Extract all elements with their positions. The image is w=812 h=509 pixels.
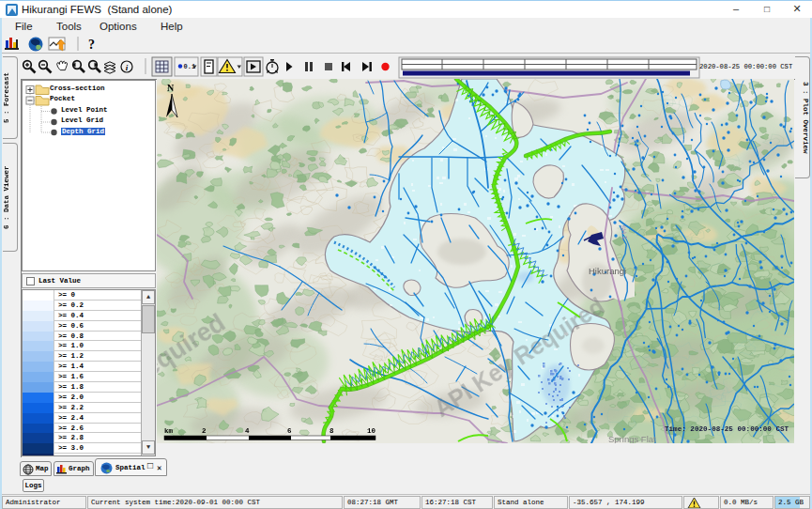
svg-text:6: 6 [287,427,292,435]
svg-text:i: i [126,63,129,72]
svg-text:2: 2 [202,427,207,435]
svg-text:2020-08-25 00:00:00 CST: 2020-08-25 00:00:00 CST [699,63,793,70]
svg-text:Time: 2020-08-25 00:00:00 CST: Time: 2020-08-25 00:00:00 CST [665,425,789,433]
svg-text:10: 10 [367,427,376,435]
svg-text:8: 8 [329,427,334,435]
svg-text:Hikurangi: Hikurangi [589,266,626,276]
svg-text:4: 4 [245,427,250,435]
svg-text:Springs Flat: Springs Flat [608,434,656,443]
svg-text:N: N [167,83,175,93]
svg-text:?: ? [88,38,95,52]
svg-text:km: km [164,427,174,435]
